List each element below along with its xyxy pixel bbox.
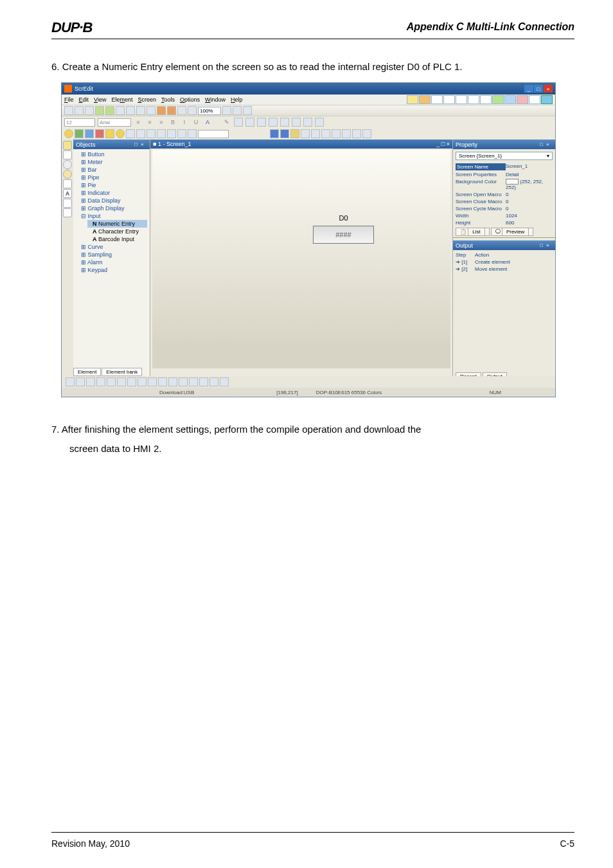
screen-icon[interactable] (188, 106, 197, 115)
output-row-2[interactable]: ➔ [2]Move element (456, 266, 553, 273)
tree-button[interactable]: ⊞ Button (76, 150, 147, 158)
open-icon[interactable] (75, 106, 84, 115)
dd-icon[interactable] (136, 129, 145, 138)
b8-icon[interactable] (342, 129, 351, 138)
bt7-icon[interactable] (127, 377, 136, 386)
bt1-icon[interactable] (66, 377, 75, 386)
menu-element[interactable]: Element (111, 96, 132, 103)
sq4-icon[interactable] (269, 118, 278, 127)
bt10-icon[interactable] (158, 377, 167, 386)
pie-icon[interactable] (116, 129, 125, 138)
upload-icon[interactable] (177, 106, 186, 115)
canvas-close-icon[interactable]: × (447, 141, 450, 147)
zoom-fit-icon[interactable] (243, 106, 252, 115)
paste-icon[interactable] (136, 106, 145, 115)
tree-bar[interactable]: ⊞ Bar (76, 166, 147, 174)
al-icon[interactable] (177, 129, 186, 138)
b1-icon[interactable] (270, 129, 279, 138)
prop-screen-properties[interactable]: Screen PropertiesDetail (453, 171, 555, 178)
canvas-max-icon[interactable]: □ (441, 141, 445, 147)
sq8-icon[interactable] (315, 118, 324, 127)
pencil-icon[interactable]: ✎ (222, 118, 231, 127)
screen-canvas[interactable]: D0 #### (152, 150, 450, 368)
bt3-icon[interactable] (86, 377, 95, 386)
menu-file[interactable]: File (64, 96, 74, 103)
cv-icon[interactable] (157, 129, 166, 138)
tree-barcode-input[interactable]: A Barcode Input (87, 235, 147, 243)
vtb-curve-icon[interactable] (63, 179, 72, 188)
pipe-icon[interactable] (105, 129, 114, 138)
download-icon[interactable] (167, 106, 176, 115)
tree-numeric-entry[interactable]: N Numeric Entry (87, 220, 147, 228)
bar-icon[interactable] (95, 129, 104, 138)
b9-icon[interactable] (352, 129, 361, 138)
menu-tools[interactable]: Tools (161, 96, 175, 103)
new-icon[interactable] (64, 106, 73, 115)
b4-icon[interactable] (301, 129, 310, 138)
font-name-select[interactable]: Arial (98, 118, 131, 127)
prop-min-icon[interactable]: □ (540, 141, 546, 148)
ind-icon[interactable] (126, 129, 135, 138)
menu-window[interactable]: Window (205, 96, 226, 103)
undo-icon[interactable] (95, 106, 104, 115)
tree-input[interactable]: ⊟ Input (76, 212, 147, 220)
copy-icon[interactable] (126, 106, 135, 115)
btn-icon[interactable] (75, 129, 84, 138)
tab-element[interactable]: Element (73, 368, 101, 376)
tree-datadisplay[interactable]: ⊞ Data Display (76, 197, 147, 204)
tree-character-entry[interactable]: A Character Entry (87, 228, 147, 235)
vtb-ellipse-icon[interactable] (63, 170, 72, 179)
maximize-button[interactable]: □ (534, 85, 543, 93)
tree-meter[interactable]: ⊞ Meter (76, 158, 147, 166)
b2-icon[interactable] (280, 129, 289, 138)
prop-close-icon[interactable]: × (546, 141, 553, 148)
bt5-icon[interactable] (107, 377, 116, 386)
align-right-icon[interactable]: ≡ (157, 118, 166, 127)
italic-icon[interactable]: I (180, 118, 189, 127)
tree-indicator[interactable]: ⊞ Indicator (76, 189, 147, 197)
save-icon[interactable] (85, 106, 94, 115)
bt11-icon[interactable] (168, 377, 177, 386)
prop-screen-name[interactable]: Screen NameScreen_1 (453, 163, 555, 171)
numeric-entry-box[interactable]: #### (313, 226, 374, 244)
bt16-icon[interactable] (220, 377, 229, 386)
vtb-grid-icon[interactable] (63, 208, 72, 217)
sq1-icon[interactable] (234, 118, 243, 127)
bt12-icon[interactable] (179, 377, 188, 386)
out-close-icon[interactable]: × (546, 242, 553, 249)
b5-icon[interactable] (311, 129, 320, 138)
tree-keypad[interactable]: ⊞ Keypad (76, 266, 147, 274)
lamp-icon[interactable] (64, 129, 73, 138)
bt8-icon[interactable] (138, 377, 147, 386)
find-icon[interactable] (147, 106, 155, 115)
bt2-icon[interactable] (76, 377, 85, 386)
vtb-table-icon[interactable] (63, 199, 72, 208)
redo-icon[interactable] (105, 106, 114, 115)
tab-list[interactable]: 📋 List (456, 228, 490, 236)
sq3-icon[interactable] (257, 118, 266, 127)
prop-open-macro[interactable]: Screen Open Macro0 (453, 191, 555, 198)
zoom-out-icon[interactable] (233, 106, 242, 115)
tree-curve[interactable]: ⊞ Curve (76, 243, 147, 251)
bt9-icon[interactable] (148, 377, 157, 386)
bt13-icon[interactable] (189, 377, 198, 386)
menu-help[interactable]: Help (231, 96, 243, 103)
panel-close-icon[interactable]: × (141, 141, 147, 148)
bt14-icon[interactable] (199, 377, 208, 386)
compile-icon[interactable] (157, 106, 166, 115)
zoom-in-icon[interactable] (222, 106, 231, 115)
prop-bgcolor[interactable]: Background Color (252, 252, 252) (453, 178, 555, 191)
bold-icon[interactable]: B (168, 118, 177, 127)
sq7-icon[interactable] (303, 118, 312, 127)
vtb-rect-icon[interactable] (63, 150, 72, 159)
b7-icon[interactable] (332, 129, 341, 138)
cut-icon[interactable] (116, 106, 125, 115)
vtb-pencil-icon[interactable] (63, 141, 72, 150)
sq6-icon[interactable] (292, 118, 301, 127)
bt6-icon[interactable] (117, 377, 126, 386)
meter-icon[interactable] (85, 129, 94, 138)
in-icon[interactable] (147, 129, 155, 138)
bt4-icon[interactable] (96, 377, 105, 386)
property-screen-select[interactable]: Screen {Screen_1}▾ (456, 152, 553, 160)
tab-element-bank[interactable]: Element bank (102, 368, 142, 376)
